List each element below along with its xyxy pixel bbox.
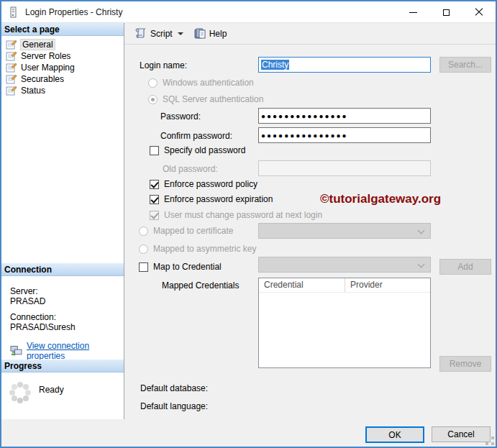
login-name-value: Christy [261, 60, 289, 70]
window-title: Login Properties - Christy [25, 7, 122, 17]
sidebar-item-status[interactable]: Status [1, 85, 124, 96]
page-icon [6, 40, 17, 50]
mapped-credentials-table[interactable]: Credential Provider [258, 278, 431, 368]
radio-icon [148, 78, 158, 88]
enforce-policy-label: Enforce password policy [164, 179, 257, 189]
sidebar-item-user-mapping[interactable]: User Mapping [1, 62, 124, 73]
page-icon [6, 51, 17, 61]
must-change-password-label: User must change password at next login [164, 210, 322, 220]
mapped-asymmetric-radio: Mapped to asymmetric key [139, 244, 256, 254]
progress-status: Ready [39, 385, 64, 395]
resize-grip[interactable] [491, 442, 494, 445]
sidebar-item-label: General [21, 40, 55, 50]
sidebar: Select a page General Server Roles [1, 23, 124, 419]
sidebar-item-label: Securables [21, 74, 64, 84]
radio-icon [148, 95, 158, 104]
connection-properties-icon [10, 345, 22, 357]
mapped-asymmetric-label: Mapped to asymmetric key [153, 244, 256, 254]
checkbox-icon [139, 262, 148, 272]
general-page-form: Login name: Christy Search... Windows au… [124, 45, 496, 419]
content-area: Script Help Login name: Christy Search.. [124, 23, 496, 419]
add-button: Add [439, 259, 491, 275]
specify-old-password-label: Specify old password [164, 145, 245, 155]
cancel-button-label: Cancel [447, 429, 474, 439]
server-label: Server: [10, 286, 124, 296]
sidebar-item-label: Status [21, 86, 45, 96]
page-icon [6, 63, 17, 73]
checkbox-icon [150, 211, 159, 220]
enforce-policy-checkbox[interactable]: Enforce password policy [150, 179, 257, 189]
progress-spinner-icon [17, 390, 23, 396]
password-value: ●●●●●●●●●●●●●●● [261, 112, 348, 120]
server-icon [8, 6, 19, 18]
must-change-password-checkbox: User must change password at next login [150, 210, 322, 220]
search-button-label: Search... [448, 60, 483, 70]
script-label: Script [150, 29, 173, 39]
default-language-label: Default language: [140, 401, 208, 411]
sql-auth-label: SQL Server authentication [163, 94, 263, 104]
mapped-credentials-label: Mapped Credentials [162, 280, 239, 291]
connection-value: PRASAD\Suresh [10, 322, 124, 332]
sql-auth-radio: SQL Server authentication [148, 94, 263, 104]
specify-old-password-checkbox[interactable]: Specify old password [150, 145, 245, 155]
password-input[interactable]: ●●●●●●●●●●●●●●● [258, 108, 431, 124]
chevron-down-icon [418, 261, 425, 268]
windows-auth-label: Windows authentication [163, 78, 254, 88]
ok-button-label: OK [388, 430, 401, 440]
page-list: General Server Roles User Mapping [1, 36, 124, 263]
certificate-combo [258, 223, 431, 239]
select-a-page-header: Select a page [1, 23, 124, 36]
checkbox-icon [150, 146, 159, 155]
login-name-label: Login name: [140, 60, 187, 70]
windows-auth-radio: Windows authentication [148, 78, 254, 88]
cancel-button[interactable]: Cancel [432, 426, 491, 442]
progress-header: Progress [1, 360, 124, 372]
dialog-footer: OK Cancel [1, 419, 496, 447]
progress-panel: Ready [1, 372, 124, 419]
minimize-icon [409, 12, 417, 13]
watermark-text: ©tutorialgateway.org [320, 192, 441, 206]
mapped-certificate-label: Mapped to certificate [153, 226, 233, 236]
checkbox-icon [150, 195, 159, 204]
connection-header: Connection [1, 263, 124, 276]
old-password-label: Old password: [163, 164, 218, 174]
help-label: Help [209, 29, 227, 39]
mapped-certificate-radio: Mapped to certificate [139, 226, 233, 236]
enforce-expiration-checkbox[interactable]: Enforce password expiration [150, 194, 273, 204]
help-button[interactable]: Help [191, 25, 230, 42]
radio-icon [139, 244, 148, 254]
page-icon [6, 74, 17, 84]
table-header-row: Credential Provider [259, 278, 430, 293]
login-name-input[interactable]: Christy [258, 57, 431, 73]
confirm-password-value: ●●●●●●●●●●●●●●● [261, 132, 348, 140]
sidebar-item-server-roles[interactable]: Server Roles [1, 50, 124, 62]
confirm-password-input[interactable]: ●●●●●●●●●●●●●●● [258, 127, 431, 143]
map-to-credential-checkbox[interactable]: Map to Credential [139, 262, 222, 272]
checkbox-icon [150, 180, 159, 189]
close-button[interactable] [462, 1, 496, 23]
login-properties-dialog: Login Properties - Christy Select a page… [0, 0, 497, 448]
connection-label: Connection: [10, 312, 124, 322]
column-header-provider: Provider [345, 278, 383, 292]
script-button[interactable]: Script [132, 25, 175, 42]
connection-panel: Server: PRASAD Connection: PRASAD\Suresh… [1, 276, 124, 360]
sidebar-item-securables[interactable]: Securables [1, 73, 124, 85]
sidebar-item-general[interactable]: General [1, 39, 124, 50]
chevron-down-icon [418, 227, 425, 234]
view-connection-properties-link[interactable]: View connection properties [27, 341, 124, 361]
column-header-credential: Credential [259, 278, 345, 292]
server-value: PRASAD [10, 296, 124, 306]
minimize-button[interactable] [396, 1, 429, 23]
help-icon [194, 28, 206, 40]
sidebar-item-label: User Mapping [21, 63, 75, 73]
ok-button[interactable]: OK [365, 426, 424, 443]
map-to-credential-label: Map to Credential [153, 262, 222, 272]
chevron-down-icon [178, 32, 183, 35]
page-icon [6, 86, 17, 96]
maximize-button[interactable] [429, 1, 462, 23]
script-dropdown-button[interactable] [175, 25, 186, 42]
radio-icon [139, 227, 148, 236]
old-password-input [258, 160, 431, 176]
confirm-password-label: Confirm password: [160, 131, 232, 141]
maximize-icon [443, 9, 450, 16]
